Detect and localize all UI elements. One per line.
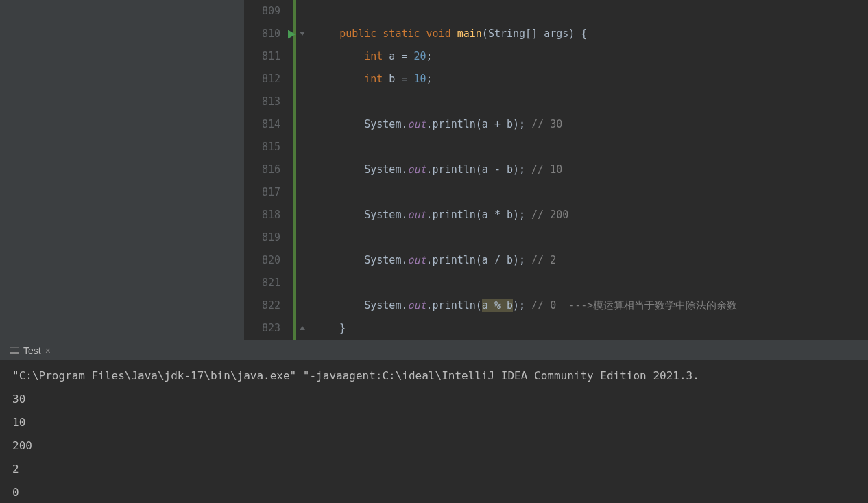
fold-open-icon[interactable]	[298, 30, 306, 38]
line-number[interactable]: 815	[245, 136, 280, 159]
fold-column[interactable]	[296, 0, 311, 340]
line-number[interactable]: 809	[245, 0, 280, 23]
code-line[interactable]	[315, 181, 868, 204]
run-output-icon	[10, 347, 19, 354]
run-config-tab-test[interactable]: Test ×	[5, 342, 56, 360]
line-number[interactable]: 814	[245, 113, 280, 136]
console-line: 10	[12, 411, 858, 434]
line-number[interactable]: 817	[245, 181, 280, 204]
run-tool-tabs-bar: Test ×	[0, 340, 868, 360]
console-line: 30	[12, 388, 858, 411]
code-line[interactable]: public static void main(String[] args) {	[315, 23, 868, 45]
console-line: 200	[12, 434, 858, 458]
code-line[interactable]	[315, 0, 868, 23]
code-line[interactable]	[315, 226, 868, 249]
line-number[interactable]: 822	[245, 294, 280, 317]
line-number[interactable]: 816	[245, 159, 280, 181]
code-line[interactable]: }	[315, 317, 868, 340]
code-line[interactable]: System.out.println(a + b); // 30	[315, 113, 868, 136]
console-line: "C:\Program Files\Java\jdk-17\bin\java.e…	[12, 364, 858, 388]
editor-area: 8098108118128138148158168178188198208218…	[0, 0, 868, 340]
code-line[interactable]: System.out.println(a / b); // 2	[315, 249, 868, 272]
line-number[interactable]: 823	[245, 317, 280, 340]
line-number[interactable]: 812	[245, 68, 280, 91]
editor-gutter[interactable]: 8098108118128138148158168178188198208218…	[245, 0, 293, 340]
line-number[interactable]: 813	[245, 91, 280, 113]
project-tool-panel	[0, 0, 245, 340]
code-area[interactable]: public static void main(String[] args) {…	[311, 0, 868, 340]
run-console-output[interactable]: "C:\Program Files\Java\jdk-17\bin\java.e…	[0, 360, 868, 503]
line-number[interactable]: 819	[245, 226, 280, 249]
code-line[interactable]: System.out.println(a - b); // 10	[315, 159, 868, 181]
line-number[interactable]: 810	[245, 23, 280, 45]
run-config-tab-label: Test	[23, 345, 41, 356]
code-line[interactable]: System.out.println(a % b); // 0 --->模运算相…	[315, 294, 868, 317]
line-number[interactable]: 821	[245, 272, 280, 294]
code-line[interactable]: int b = 10;	[315, 68, 868, 91]
code-line[interactable]: System.out.println(a * b); // 200	[315, 204, 868, 226]
close-icon[interactable]: ×	[45, 346, 51, 355]
code-editor[interactable]: 8098108118128138148158168178188198208218…	[245, 0, 868, 340]
line-number[interactable]: 820	[245, 249, 280, 272]
code-line[interactable]	[315, 91, 868, 113]
console-line: 2	[12, 458, 858, 481]
fold-close-icon[interactable]	[298, 324, 306, 332]
code-line[interactable]: int a = 20;	[315, 45, 868, 68]
svg-rect-2	[10, 352, 19, 354]
line-number[interactable]: 811	[245, 45, 280, 68]
console-line: 0	[12, 481, 858, 503]
line-number[interactable]: 818	[245, 204, 280, 226]
code-line[interactable]	[315, 136, 868, 159]
code-line[interactable]	[315, 272, 868, 294]
run-gutter-icon[interactable]	[288, 30, 296, 38]
svg-marker-0	[288, 30, 296, 38]
